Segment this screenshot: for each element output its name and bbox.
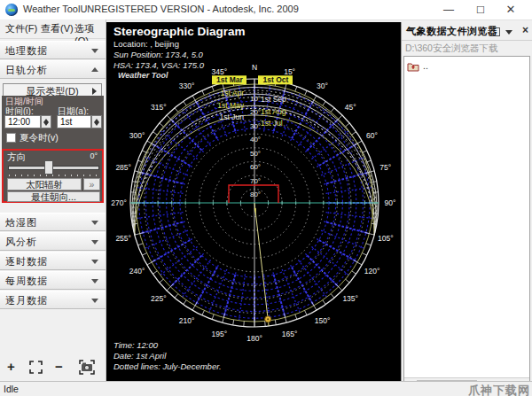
section-label: 每周数据 bbox=[5, 275, 48, 288]
chart-hsa-vsa: HSA: 173.4, VSA: 175.0 bbox=[113, 60, 246, 70]
menu-file[interactable]: 文件(F) bbox=[5, 22, 37, 35]
svg-text:240°: 240° bbox=[129, 267, 145, 276]
weather-tool-window: { "titlebar": {"title": "Weather ToolUNR… bbox=[0, 0, 532, 396]
dst-checkbox[interactable] bbox=[6, 133, 16, 143]
zoom-out-button[interactable]: − bbox=[55, 359, 63, 374]
dst-label: 夏令时(v) bbox=[20, 132, 59, 144]
svg-text:50°: 50° bbox=[250, 150, 261, 158]
weather-tool-brand: Weather Tool bbox=[118, 71, 246, 80]
fit-view-button[interactable] bbox=[29, 361, 43, 374]
svg-text:1st Oct: 1st Oct bbox=[263, 75, 289, 84]
chevron-up-icon bbox=[91, 67, 98, 72]
section-label: 焓湿图 bbox=[5, 216, 37, 229]
svg-text:315°: 315° bbox=[151, 103, 167, 112]
date-input[interactable]: 1st bbox=[57, 115, 91, 128]
dst-row: 夏令时(v) bbox=[2, 130, 104, 149]
svg-text:80°: 80° bbox=[250, 190, 261, 198]
svg-text:195°: 195° bbox=[212, 330, 228, 338]
svg-text:1st Apr: 1st Apr bbox=[221, 89, 245, 97]
section-hourly-data[interactable]: 逐时数据 bbox=[0, 252, 106, 270]
arrow-right-icon bbox=[92, 88, 97, 95]
svg-text:90°: 90° bbox=[385, 198, 396, 207]
svg-text:40°: 40° bbox=[250, 136, 261, 144]
slider-ticks bbox=[9, 175, 98, 176]
maximize-button[interactable]: ☐ bbox=[468, 0, 493, 19]
chart-header: Stereographic Diagram Location: , beijin… bbox=[113, 25, 246, 80]
svg-text:120°: 120° bbox=[364, 267, 380, 276]
svg-text:60°: 60° bbox=[366, 131, 378, 140]
chevron-down-icon bbox=[91, 279, 98, 283]
zoom-in-button[interactable]: + bbox=[7, 359, 15, 374]
close-button[interactable]: ✕ bbox=[498, 0, 523, 19]
menu-bar: 文件(F) 查看(V) 选项(O) bbox=[0, 19, 106, 39]
footer-time: Time: 12:00 bbox=[113, 340, 222, 350]
menu-view[interactable]: 查看(V) bbox=[41, 22, 74, 35]
orientation-group: 方向 0° 太阳辐射 » 最佳朝向... bbox=[2, 149, 104, 203]
svg-text:150°: 150° bbox=[315, 316, 331, 325]
sidebar: 文件(F) 查看(V) 选项(O) 地理数据 日轨分析 显示类型(D) 日期/时… bbox=[0, 19, 106, 381]
file-list[interactable]: .. ◄ ► bbox=[403, 56, 530, 391]
panel-title: 气象数据文件浏览器 bbox=[406, 25, 498, 38]
minimize-button[interactable]: — bbox=[436, 0, 461, 19]
solar-radiation-button[interactable]: 太阳辐射 bbox=[7, 178, 82, 190]
svg-text:60°: 60° bbox=[250, 163, 261, 171]
status-bar: Idle 爪神下载网 bbox=[0, 381, 532, 396]
best-orientation-button[interactable]: 最佳朝向... bbox=[7, 191, 100, 202]
camera-snapshot-button[interactable] bbox=[78, 359, 96, 376]
orientation-value: 0° bbox=[90, 151, 98, 160]
watermark-text: 爪神下载网 bbox=[468, 383, 530, 396]
parent-directory-label: .. bbox=[423, 60, 428, 71]
chevron-down-icon bbox=[91, 49, 98, 53]
dropdown-arrow-icon[interactable] bbox=[505, 30, 512, 35]
section-monthly-data[interactable]: 逐月数据 bbox=[0, 291, 106, 309]
title-bar: Weather ToolUNREGISTERED VERSION - Autod… bbox=[0, 0, 532, 20]
more-button[interactable]: » bbox=[83, 178, 100, 190]
slider-thumb[interactable] bbox=[44, 160, 53, 175]
section-psychrometric[interactable]: 焓湿图 bbox=[0, 213, 106, 231]
parent-directory-item[interactable]: .. bbox=[407, 59, 419, 72]
section-label: 风分析 bbox=[5, 236, 37, 249]
svg-text:225°: 225° bbox=[151, 294, 167, 303]
time-input[interactable]: 12:00 bbox=[4, 115, 41, 128]
chart-footer: Time: 12:00 Date: 1st April Dotted lines… bbox=[113, 339, 222, 371]
svg-text:165°: 165° bbox=[282, 330, 298, 338]
svg-text:135°: 135° bbox=[342, 294, 358, 303]
weather-file-browser-panel: 气象数据文件浏览器 × D:\360安全浏览器下载 .. ◄ ► bbox=[401, 22, 532, 381]
app-icon bbox=[5, 4, 18, 16]
footer-date: Date: 1st April bbox=[113, 351, 222, 361]
svg-text:30°: 30° bbox=[317, 82, 328, 90]
chevron-down-icon bbox=[91, 221, 98, 225]
svg-text:45°: 45° bbox=[345, 103, 356, 112]
svg-text:70°: 70° bbox=[250, 177, 261, 185]
orientation-slider[interactable] bbox=[8, 166, 99, 170]
svg-text:N: N bbox=[252, 63, 257, 72]
section-label: 日轨分析 bbox=[5, 64, 48, 77]
chevron-down-icon bbox=[91, 240, 98, 245]
svg-text:300°: 300° bbox=[129, 131, 145, 140]
status-text: Idle bbox=[4, 384, 19, 394]
svg-text:1st Jul: 1st Jul bbox=[261, 119, 283, 128]
section-geographic-data[interactable]: 地理数据 bbox=[0, 41, 106, 59]
date-stepper[interactable] bbox=[91, 115, 102, 128]
panel-header: 气象数据文件浏览器 × bbox=[402, 22, 532, 41]
section-label: 逐月数据 bbox=[5, 294, 48, 307]
folder-icon[interactable] bbox=[489, 27, 500, 36]
window-title: Weather ToolUNREGISTERED VERSION - Autod… bbox=[23, 4, 299, 14]
svg-text:30°: 30° bbox=[250, 122, 261, 130]
section-weekly-data[interactable]: 每周数据 bbox=[0, 271, 106, 290]
svg-text:255°: 255° bbox=[115, 234, 131, 243]
footer-note: Dotted lines: July-December. bbox=[113, 361, 222, 371]
svg-text:210°: 210° bbox=[179, 316, 195, 325]
folder-up-icon bbox=[407, 61, 419, 72]
panel-close-icon[interactable]: × bbox=[522, 24, 528, 36]
section-wind-analysis[interactable]: 风分析 bbox=[0, 232, 106, 251]
svg-text:1st Jun: 1st Jun bbox=[220, 113, 245, 121]
svg-text:75°: 75° bbox=[379, 163, 391, 172]
chevron-down-icon bbox=[91, 260, 98, 264]
altitude-labels: 10°20°30°40°50°60°70°80° bbox=[250, 95, 261, 199]
section-sun-path-analysis[interactable]: 日轨分析 bbox=[0, 60, 106, 79]
chart-title: Stereographic Diagram bbox=[113, 25, 246, 38]
time-stepper[interactable] bbox=[41, 115, 51, 128]
chart-sun-position: Sun Position: 173.4, 5.0 bbox=[113, 50, 246, 59]
svg-text:1st May: 1st May bbox=[217, 101, 245, 110]
